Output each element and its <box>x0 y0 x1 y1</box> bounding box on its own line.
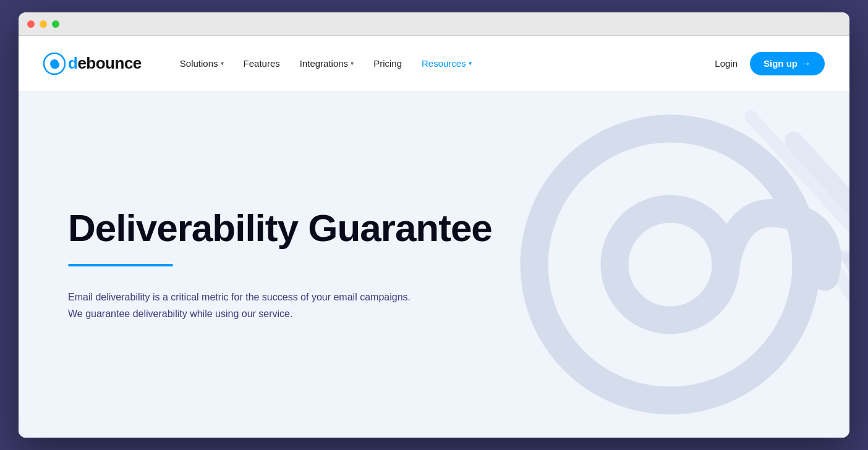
hero-description: Email deliverability is a critical metri… <box>68 289 414 322</box>
nav-right: Login Sign up → <box>715 52 825 75</box>
nav-solutions[interactable]: Solutions ▾ <box>172 53 231 74</box>
nav-features[interactable]: Features <box>236 53 287 74</box>
minimize-button[interactable] <box>40 20 47 28</box>
login-button[interactable]: Login <box>715 58 738 69</box>
hero-title: Deliverability Guarantee <box>68 207 501 249</box>
logo[interactable]: debounce <box>43 53 142 75</box>
nav-resources[interactable]: Resources ▾ <box>414 53 479 74</box>
navbar: debounce Solutions ▾ Features Integratio… <box>19 36 849 91</box>
logo-text: debounce <box>68 54 142 73</box>
hero-underline-decoration <box>68 264 173 266</box>
hero-background-decoration <box>454 91 849 438</box>
resources-chevron-icon: ▾ <box>469 60 472 67</box>
logo-icon <box>43 53 66 75</box>
signup-button[interactable]: Sign up → <box>750 52 825 75</box>
maximize-button[interactable] <box>52 20 59 28</box>
hero-section: Deliverability Guarantee Email deliverab… <box>19 91 849 438</box>
svg-point-3 <box>615 209 726 320</box>
hero-content: Deliverability Guarantee Email deliverab… <box>68 207 501 323</box>
browser-window: debounce Solutions ▾ Features Integratio… <box>19 12 849 438</box>
title-bar <box>19 12 849 36</box>
integrations-chevron-icon: ▾ <box>351 60 354 67</box>
nav-links: Solutions ▾ Features Integrations ▾ Pric… <box>172 53 715 74</box>
close-button[interactable] <box>27 20 35 28</box>
nav-pricing[interactable]: Pricing <box>366 53 409 74</box>
solutions-chevron-icon: ▾ <box>221 60 224 67</box>
svg-point-2 <box>534 129 806 401</box>
signup-arrow-icon: → <box>801 58 811 69</box>
nav-integrations[interactable]: Integrations ▾ <box>292 53 361 74</box>
